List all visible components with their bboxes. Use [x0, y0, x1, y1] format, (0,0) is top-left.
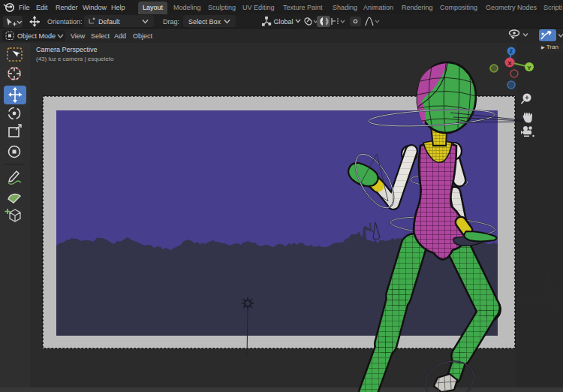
svg-text:Global: Global	[274, 18, 294, 26]
svg-text:X: X	[507, 60, 512, 67]
svg-text:Z: Z	[510, 49, 513, 54]
svg-text:Y: Y	[527, 65, 531, 71]
